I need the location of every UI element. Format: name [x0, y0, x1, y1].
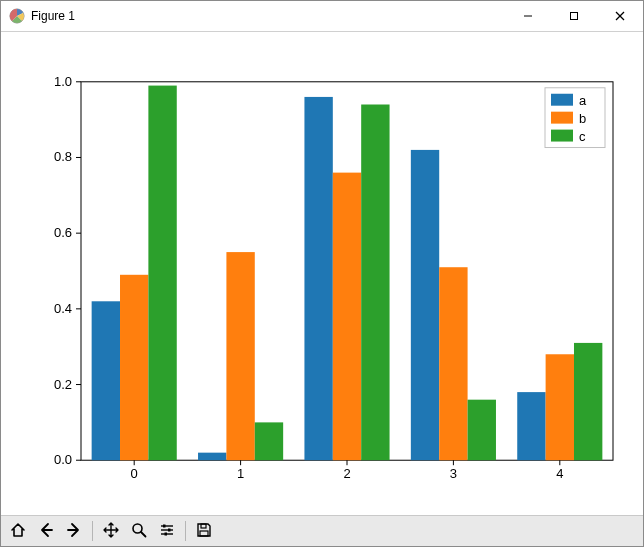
- pan-button[interactable]: [98, 519, 124, 543]
- toolbar-separator: [185, 521, 186, 541]
- x-tick-label: 1: [237, 466, 244, 481]
- y-tick-label: 0.6: [54, 225, 72, 240]
- x-tick-label: 2: [343, 466, 350, 481]
- svg-line-18: [141, 532, 146, 537]
- home-button[interactable]: [5, 519, 31, 543]
- bar: [468, 400, 496, 461]
- zoom-button[interactable]: [126, 519, 152, 543]
- y-tick-label: 1.0: [54, 74, 72, 89]
- minimize-button[interactable]: [505, 1, 551, 31]
- y-tick-label: 0.4: [54, 301, 72, 316]
- bar: [546, 354, 574, 460]
- x-tick-label: 4: [556, 466, 563, 481]
- bar: [333, 173, 361, 461]
- forward-button[interactable]: [61, 519, 87, 543]
- maximize-button[interactable]: [551, 1, 597, 31]
- svg-rect-26: [200, 531, 208, 536]
- bar: [517, 392, 545, 460]
- bar: [361, 104, 389, 460]
- y-tick-label: 0.2: [54, 377, 72, 392]
- save-button[interactable]: [191, 519, 217, 543]
- app-window: Figure 1 0.00.20.40.60.81.001234abc: [0, 0, 644, 547]
- configure-subplots-button[interactable]: [154, 519, 180, 543]
- bar: [411, 150, 439, 460]
- bar: [148, 86, 176, 461]
- matplotlib-icon: [9, 8, 25, 24]
- legend-swatch: [551, 130, 573, 142]
- svg-rect-23: [168, 528, 171, 531]
- svg-rect-2: [571, 13, 578, 20]
- window-title: Figure 1: [31, 9, 75, 23]
- y-tick-label: 0.0: [54, 452, 72, 467]
- svg-rect-25: [201, 524, 206, 528]
- legend-swatch: [551, 94, 573, 106]
- bar: [439, 267, 467, 460]
- legend-label: c: [579, 129, 586, 144]
- y-tick-label: 0.8: [54, 149, 72, 164]
- zoom-icon: [131, 522, 147, 541]
- bar: [304, 97, 332, 460]
- svg-rect-22: [163, 524, 166, 527]
- move-icon: [103, 522, 119, 541]
- bar: [255, 422, 283, 460]
- figure-canvas[interactable]: 0.00.20.40.60.81.001234abc: [1, 32, 643, 515]
- legend-label: b: [579, 111, 586, 126]
- arrow-right-icon: [66, 522, 82, 541]
- arrow-left-icon: [38, 522, 54, 541]
- bar: [198, 453, 226, 461]
- sliders-icon: [159, 522, 175, 541]
- legend-label: a: [579, 93, 587, 108]
- back-button[interactable]: [33, 519, 59, 543]
- x-tick-label: 3: [450, 466, 457, 481]
- svg-rect-24: [165, 532, 168, 535]
- home-icon: [10, 522, 26, 541]
- x-tick-label: 0: [131, 466, 138, 481]
- toolbar-separator: [92, 521, 93, 541]
- bar: [120, 275, 148, 460]
- bar-chart: 0.00.20.40.60.81.001234abc: [1, 32, 643, 515]
- bar: [226, 252, 254, 460]
- close-button[interactable]: [597, 1, 643, 31]
- legend-swatch: [551, 112, 573, 124]
- save-icon: [196, 522, 212, 541]
- nav-toolbar: [1, 515, 643, 546]
- bar: [574, 343, 602, 460]
- bar: [92, 301, 120, 460]
- titlebar: Figure 1: [1, 1, 643, 32]
